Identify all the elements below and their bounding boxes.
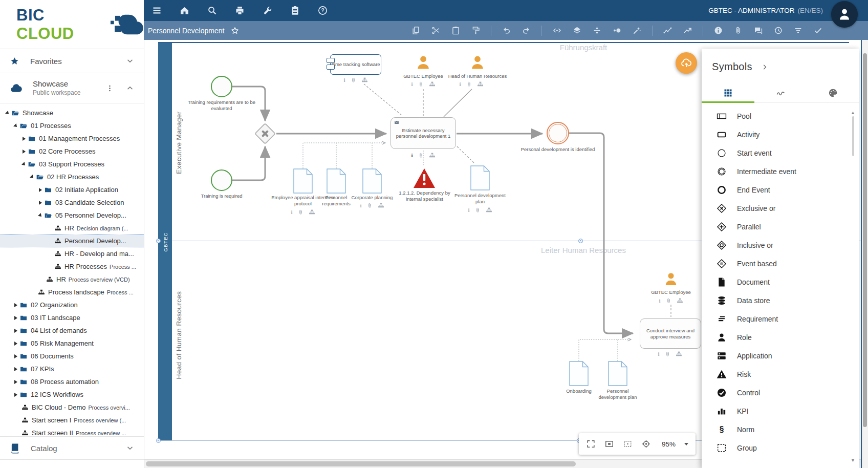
symbol-item-inclusive[interactable]: Inclusive or [702,236,859,254]
caret-collapsed-icon[interactable] [14,393,17,397]
zoom-level[interactable]: 95% [662,440,676,448]
target-icon[interactable] [641,438,651,450]
info-icon[interactable] [713,26,723,35]
caret-expanded-icon[interactable] [38,213,43,218]
assignment-marker-icon[interactable] [378,202,384,209]
assignment-marker-icon[interactable] [361,77,368,83]
tree-item-02-organization[interactable]: 02 Organization [0,299,144,311]
assignment-marker-icon[interactable] [486,207,492,214]
tree-item-hr[interactable]: HRProcess overview (VCD) [0,273,144,286]
attachment-icon[interactable] [733,26,743,35]
tree-item-bic-cloud-demo[interactable]: BIC Cloud - DemoProcess overvi... [0,401,144,414]
attachment-marker-icon[interactable] [466,81,472,88]
vertical-scrollbar[interactable] [861,40,868,468]
tree-item-start-screen-ii[interactable]: Start screen IIProcess overview ... [0,427,144,436]
tree-item-05-risk-management[interactable]: 05 Risk Management [0,337,144,350]
symbol-item-end[interactable]: End Event [702,181,859,199]
filter-icon[interactable] [793,26,803,35]
tree-item-08-process-automation[interactable]: 08 Process automation [0,375,144,388]
info-marker-icon[interactable]: i [291,209,292,216]
menu-icon[interactable] [151,5,162,16]
role-gbtec-employee-icon[interactable] [414,53,432,72]
assignment-marker-icon[interactable] [309,209,315,216]
symbol-item-datastore[interactable]: Data store [702,291,859,310]
layers-icon[interactable] [572,26,582,35]
attachment-marker-icon[interactable] [366,202,373,209]
tree-item-12-ics-workflows[interactable]: 12 ICS Workflows [0,388,144,401]
tree-item-hr-processes[interactable]: HR ProcessesProcess ... [0,260,144,273]
symbol-item-activity[interactable]: Activity [702,125,859,144]
tree-item-hr-develop-and-ma[interactable]: HR - Develop and ma... [0,247,144,260]
check-icon[interactable] [813,26,823,35]
bpmn-intermediate-event-identified[interactable] [547,122,569,144]
symbol-item-group[interactable]: Group [702,439,859,457]
caret-expanded-icon[interactable] [21,162,27,167]
chevron-down-icon[interactable] [125,443,135,453]
info-marker-icon[interactable]: i [343,77,345,83]
symbol-item-start[interactable]: Start event [702,144,859,162]
tree-item-07-kpis[interactable]: 07 KPIs [0,363,144,375]
tree-item-01-management-processes[interactable]: 01 Management Processes [0,132,144,145]
symbol-item-intermediate[interactable]: Intermediate event [702,162,859,181]
caret-expanded-icon[interactable] [5,111,10,116]
attachment-marker-icon[interactable] [665,297,672,304]
info-marker-icon[interactable]: i [468,207,469,214]
attachment-marker-icon[interactable] [664,351,671,357]
caret-expanded-icon[interactable] [13,123,18,129]
tree-item-hr[interactable]: HRDecision diagram (... [0,222,144,235]
zoom-dropdown-caret-icon[interactable] [684,443,688,445]
paste-icon[interactable] [451,26,461,35]
tab-palette[interactable] [807,83,859,102]
tree-item-02-core-processes[interactable]: 02 Core Processes [0,145,144,158]
caret-collapsed-icon[interactable] [14,329,17,333]
caret-collapsed-icon[interactable] [14,342,17,346]
tasks-icon[interactable] [290,5,300,16]
tree-item-showcase[interactable]: Showcase [0,107,144,119]
attachment-marker-icon[interactable] [418,81,424,88]
bpmn-activity-conduct-interview[interactable]: Conduct interview and approve measures [640,318,701,349]
role-gbtec-employee-bottom-icon[interactable] [662,270,680,288]
attachment-marker-icon[interactable] [418,152,424,159]
reduce-icon[interactable] [612,26,622,35]
tree-item-05-personnel-develop[interactable]: 05 Personnel Develop... [0,209,144,222]
caret-collapsed-icon[interactable] [39,188,42,192]
redo-icon[interactable] [522,26,531,35]
avatar[interactable] [831,1,858,28]
undo-icon[interactable] [502,26,511,35]
magic-wand-icon[interactable] [632,26,642,35]
tree-item-01-processes[interactable]: 01 Processes [0,119,144,132]
assignment-marker-icon[interactable] [429,81,436,88]
symbol-item-document[interactable]: Document [702,273,859,291]
caret-collapsed-icon[interactable] [14,354,17,358]
info-marker-icon[interactable]: i [411,81,413,88]
caret-collapsed-icon[interactable] [23,137,26,141]
info-marker-icon[interactable]: i [360,202,361,209]
info-marker-icon[interactable]: i [659,297,660,304]
symbol-item-risk[interactable]: Risk [702,365,859,384]
caret-collapsed-icon[interactable] [14,303,17,307]
assignment-marker-icon[interactable] [477,81,484,88]
chevron-up-icon[interactable] [125,83,135,93]
align-vertical-icon[interactable] [592,26,602,35]
tree-item-02-initiate-application[interactable]: 02 Initiate Application [0,183,144,196]
chevron-down-icon[interactable] [125,56,135,66]
bpmn-document-dev-plan-bottom[interactable] [608,361,627,386]
panel-scrollbar-thumb[interactable] [852,116,854,156]
fit-screen-icon[interactable] [604,438,614,450]
assignment-marker-icon[interactable] [429,152,436,159]
attachment-marker-icon[interactable] [297,209,304,216]
polyline-icon[interactable] [663,26,672,35]
bpmn-application-time-tracking[interactable]: Time tracking software [330,54,381,75]
vertical-scrollbar-thumb[interactable] [863,53,867,427]
favorites-section[interactable]: Favorites [0,49,144,73]
bpmn-document-requirements[interactable] [327,168,346,194]
kebab-menu-icon[interactable] [105,84,114,93]
symbol-item-xor[interactable]: Exclusive or [702,199,859,218]
horizontal-scrollbar-thumb[interactable] [146,461,576,466]
caret-collapsed-icon[interactable] [23,150,26,154]
user-menu[interactable]: GBTEC - ADMINISTRATOR (EN/ES) [708,0,823,21]
role-head-of-hr-icon[interactable] [468,53,487,72]
bpmn-risk-node[interactable] [413,167,436,189]
attachment-marker-icon[interactable] [474,207,481,214]
collapse-panel-chevron-icon[interactable] [761,63,769,71]
